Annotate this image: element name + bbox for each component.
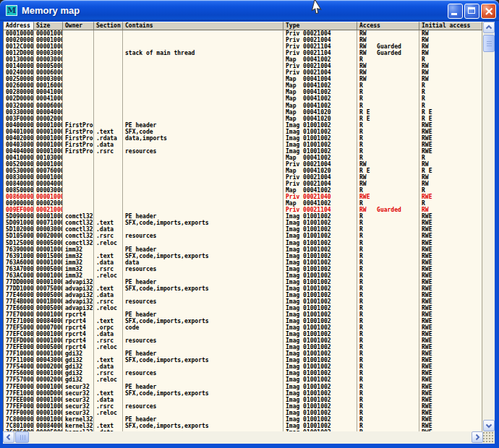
table-row[interactable]: 77E7100000084000rpcrt4.textSFX,code,impo… <box>4 318 482 324</box>
table-row[interactable]: 77E4B0000001B000advapi32.rsrcresourcesIm… <box>4 298 482 305</box>
table-row[interactable]: 77FF000000001000secur32.relocImag 010010… <box>4 410 482 416</box>
table-row[interactable]: 0085000000003000Map 00041002RR <box>4 187 482 194</box>
cell-size: 00001000 <box>34 194 63 200</box>
table-row[interactable]: 0001000000001000Priv 00021004RWRW <box>4 30 482 37</box>
table-row[interactable]: 0028000000041000Map 00041002RR <box>4 89 482 95</box>
memory-map-window: M Memory map AddressSizeOwnerSectionCont… <box>0 0 499 448</box>
table-row[interactable]: 77EF500000007000rpcrt4.orpccodeImag 0100… <box>4 324 482 331</box>
column-header-contains[interactable]: Contains <box>123 22 283 30</box>
cell-initial: RW <box>419 50 482 56</box>
table-row[interactable]: 77EFD00000001000rpcrt4.rsrcresourcesImag… <box>4 337 482 344</box>
table-row[interactable]: 77F5400000002000gdi32.dataImag 01001002R… <box>4 363 482 370</box>
cell-type: Imag 01001002 <box>283 384 357 390</box>
table-row[interactable]: 0040300000001000FirstPro.dataImag 010010… <box>4 142 482 148</box>
table-row[interactable]: 763A700000005000imm32.rsrcresourcesImag … <box>4 266 482 272</box>
horizontal-scrollbar[interactable] <box>3 431 483 444</box>
table-row[interactable]: 5D12500000005000comctl32.relocImag 01001… <box>4 240 482 246</box>
column-header-section[interactable]: Section <box>94 22 123 30</box>
table-row[interactable]: 77E7000000001000rpcrt4PE headerImag 0100… <box>4 311 482 318</box>
cell-size: 00001000 <box>34 272 63 279</box>
table-row[interactable]: 0013000000003000Map 00041002RR <box>4 56 482 63</box>
cell-access: R <box>357 89 419 95</box>
table-row[interactable]: 0052000000001000Priv 00021004RWRW <box>4 161 482 168</box>
table-row[interactable]: 0041000000103000Map 00041002RR <box>4 155 482 161</box>
cell-type: Imag 01001002 <box>283 129 357 135</box>
cell-owner <box>63 89 94 95</box>
table-row[interactable]: 763AC00000001000imm32.relocImag 01001002… <box>4 272 482 279</box>
column-header-type[interactable]: Type <box>283 22 357 30</box>
table-row[interactable]: 7C80000000001000kernel32PE headerImag 01… <box>4 416 482 423</box>
table-row[interactable]: 0053000000076000Map 00041020R ER E <box>4 168 482 174</box>
scroll-down-button[interactable] <box>483 420 495 431</box>
table-row[interactable]: 7639100000015000imm32.textSFX,code,impor… <box>4 253 482 259</box>
close-button[interactable] <box>481 4 496 19</box>
column-header-address[interactable]: Address <box>4 22 34 30</box>
table-row[interactable]: 77DD100000075000advapi32.textSFX,code,im… <box>4 285 482 292</box>
table-row[interactable]: 0012D00000003000stack of main threadPriv… <box>4 50 482 56</box>
horizontal-scroll-thumb[interactable] <box>15 431 29 443</box>
table-row[interactable]: 5D10500000020000comctl32.rsrcresourcesIm… <box>4 233 482 239</box>
resize-grip[interactable] <box>483 431 495 444</box>
table-row[interactable]: 0040100000001000FirstPro.textSFX,codeIma… <box>4 129 482 135</box>
table-row[interactable]: 7C80100000084000kernel32.textSFX,code,im… <box>4 423 482 429</box>
column-header-size[interactable]: Size <box>34 22 63 30</box>
titlebar[interactable]: M Memory map <box>0 0 499 21</box>
table-row[interactable]: 77F5700000002000gdi32.relocImag 01001002… <box>4 376 482 383</box>
vertical-scrollbar[interactable] <box>483 22 495 431</box>
scroll-up-button[interactable] <box>483 22 495 33</box>
cell-type: Imag 01001002 <box>283 148 357 155</box>
minimize-button[interactable] <box>448 4 463 19</box>
table-row[interactable]: 77FEE00000001000secur32.dataImag 0100100… <box>4 397 482 403</box>
table-row[interactable]: 0012C00000001000Priv 00021104RW GuardedR… <box>4 43 482 50</box>
table-row[interactable]: 77FE10000000D000secur32.textSFX,code,imp… <box>4 390 482 397</box>
table-row[interactable]: 77DD000000001000advapi32PE headerImag 01… <box>4 279 482 285</box>
table-row[interactable]: 009EF00000021000Priv 00021104RW GuardedR… <box>4 207 482 213</box>
cell-section: .data <box>94 292 123 298</box>
table-row[interactable]: 77FEF00000001000secur32.rsrcresourcesIma… <box>4 403 482 410</box>
table-row[interactable]: 0002000000001000Priv 00021004RWRW <box>4 37 482 43</box>
table-row[interactable]: 0040000000001000FirstProPE headerImag 01… <box>4 122 482 129</box>
column-header-access[interactable]: Access <box>357 22 419 30</box>
minimize-icon <box>451 13 457 15</box>
table-row[interactable]: 77EFE00000005000rpcrt4.relocImag 0100100… <box>4 344 482 350</box>
table-row[interactable]: 0090000000002000Map 00041002RR <box>4 200 482 207</box>
column-header-initial[interactable]: Initial access <box>419 22 482 30</box>
table-row[interactable]: 0024000000006000Priv 00021004RWRW <box>4 69 482 76</box>
table-row[interactable]: 763A600000001000imm32.datadataImag 01001… <box>4 259 482 266</box>
table-row[interactable]: 0032000000006000Map 00041002RR <box>4 103 482 109</box>
table-row[interactable]: 5D10200000003000comctl32.dataImag 010010… <box>4 226 482 233</box>
table-row[interactable]: 0025000000003000Map 00041004RWRW <box>4 76 482 82</box>
table-row[interactable]: 0033000000004000Map 00041020R ER E <box>4 109 482 116</box>
maximize-button[interactable] <box>464 4 479 19</box>
cell-initial: R <box>419 56 482 63</box>
table-row[interactable]: 0083000000001000Priv 00021004RWRW <box>4 174 482 181</box>
table-row[interactable]: 5D09100000071000comctl32.textSFX,code,im… <box>4 220 482 226</box>
table-row[interactable]: 77F5600000001000gdi32.rsrcresourcesImag … <box>4 370 482 376</box>
cell-owner <box>63 37 94 43</box>
table-row[interactable]: 0040200000001000FirstPro.rdatadata,impor… <box>4 135 482 142</box>
table-row[interactable]: 7639000000001000imm32PE headerImag 01001… <box>4 246 482 253</box>
table-row[interactable]: 5D09000000001000comctl32PE headerImag 01… <box>4 213 482 220</box>
cell-section <box>94 279 123 285</box>
table-row[interactable]: 77E6600000005000advapi32.relocImag 01001… <box>4 305 482 311</box>
scroll-right-button[interactable] <box>472 431 483 443</box>
table-row[interactable]: 0026000000016000Map 00041002RR <box>4 82 482 89</box>
column-header-owner[interactable]: Owner <box>63 22 94 30</box>
table-row[interactable]: 0084000000004000Priv 00021004RWRW <box>4 181 482 187</box>
cell-address: 00850000 <box>4 187 34 194</box>
table-row[interactable]: 77EFC00000001000rpcrt4.dataImag 01001002… <box>4 331 482 337</box>
table-row[interactable]: 77F1100000043000gdi32.textSFX,code,impor… <box>4 357 482 363</box>
cell-access: RW <box>357 174 419 181</box>
table-row[interactable]: 0014000000005000Priv 00021004RWRW <box>4 63 482 69</box>
table-row[interactable]: 0086000000001000Priv 00021040RWERWE <box>4 194 482 200</box>
cell-initial: R <box>419 82 482 89</box>
table-row[interactable]: 77F1000000001000gdi32PE headerImag 01001… <box>4 350 482 357</box>
table-row[interactable]: 77FE000000001000secur32PE headerImag 010… <box>4 384 482 390</box>
vertical-scroll-thumb[interactable] <box>483 35 495 52</box>
table-row[interactable]: 003F000000002000Map 00041020R ER E <box>4 116 482 122</box>
scroll-left-button[interactable] <box>3 431 14 443</box>
cell-address: 5D091000 <box>4 220 34 226</box>
table-row[interactable]: 0040400000001000FirstPro.rsrcresourcesIm… <box>4 148 482 155</box>
table-row[interactable]: 77E4600000005000advapi32.dataImag 010010… <box>4 292 482 298</box>
table-row[interactable]: 002D000000041000Map 00041002RR <box>4 95 482 102</box>
